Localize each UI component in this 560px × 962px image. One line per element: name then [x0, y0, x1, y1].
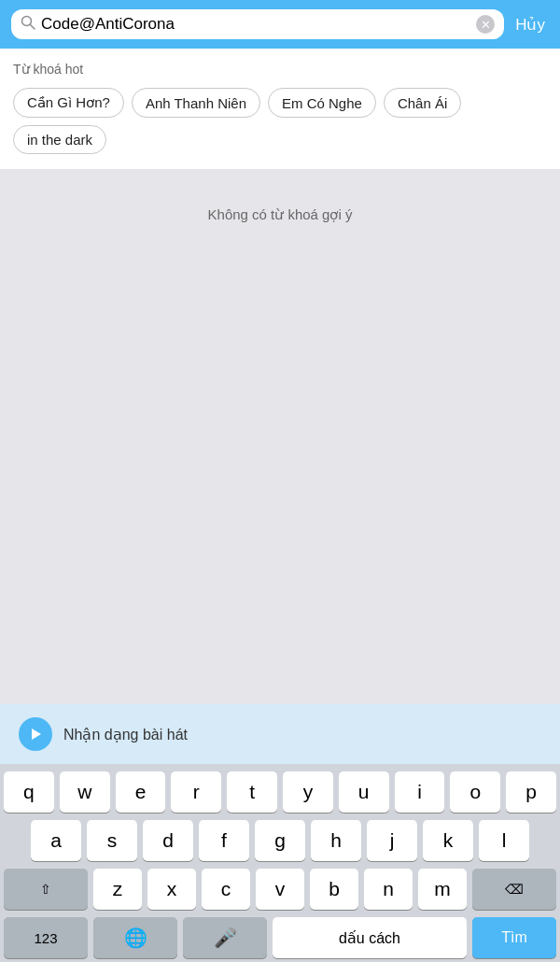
- key-k[interactable]: k: [423, 820, 473, 861]
- svg-marker-2: [32, 729, 41, 740]
- key-m[interactable]: m: [418, 869, 467, 910]
- key-i[interactable]: i: [395, 771, 445, 813]
- globe-key[interactable]: 🌐: [93, 917, 177, 958]
- hot-tag[interactable]: Chân Ái: [384, 88, 461, 118]
- hot-label: Từ khoá hot: [13, 62, 547, 77]
- no-suggestion-text: Không có từ khoá gợi ý: [208, 206, 353, 223]
- key-z[interactable]: z: [93, 869, 142, 910]
- key-y[interactable]: y: [283, 771, 333, 813]
- clear-button[interactable]: ✕: [476, 15, 495, 34]
- svg-line-1: [31, 25, 35, 30]
- cancel-button[interactable]: Hủy: [511, 15, 549, 35]
- key-u[interactable]: u: [339, 771, 389, 813]
- key-x[interactable]: x: [147, 869, 196, 910]
- no-suggestion-area: Không có từ khoá gợi ý: [0, 169, 560, 704]
- numbers-key[interactable]: 123: [4, 917, 88, 958]
- hot-tag[interactable]: Em Có Nghe: [268, 88, 376, 118]
- hot-tags: Cần Gì Hơn? Anh Thanh Niên Em Có Nghe Ch…: [13, 88, 547, 154]
- key-o[interactable]: o: [450, 771, 500, 813]
- backspace-key[interactable]: ⌫: [472, 869, 556, 910]
- key-a[interactable]: a: [31, 820, 81, 861]
- key-h[interactable]: h: [311, 820, 361, 861]
- search-input-wrapper[interactable]: ✕: [11, 9, 504, 39]
- search-submit-button[interactable]: Tìm: [472, 917, 556, 958]
- shift-key[interactable]: ⇧: [4, 869, 88, 910]
- search-input[interactable]: [41, 15, 470, 34]
- key-n[interactable]: n: [364, 869, 413, 910]
- key-e[interactable]: e: [116, 771, 166, 813]
- keyboard-row-1: q w e r t y u i o p: [4, 771, 556, 813]
- key-g[interactable]: g: [255, 820, 305, 861]
- hot-tag[interactable]: Anh Thanh Niên: [132, 88, 260, 118]
- key-s[interactable]: s: [87, 820, 137, 861]
- keyboard-row-4: 123 🌐 🎤 dấu cách Tìm: [4, 917, 556, 958]
- key-q[interactable]: q: [4, 771, 54, 813]
- key-l[interactable]: l: [479, 820, 529, 861]
- key-j[interactable]: j: [367, 820, 417, 861]
- key-p[interactable]: p: [506, 771, 556, 813]
- key-w[interactable]: w: [60, 771, 110, 813]
- key-b[interactable]: b: [310, 869, 358, 910]
- key-f[interactable]: f: [199, 820, 249, 861]
- recognition-bar[interactable]: Nhận dạng bài hát: [0, 704, 560, 764]
- keyboard-row-2: a s d f g h j k l: [4, 820, 556, 861]
- key-t[interactable]: t: [227, 771, 277, 813]
- key-c[interactable]: c: [202, 869, 250, 910]
- recognition-icon: [19, 717, 52, 751]
- search-bar: ✕ Hủy: [0, 0, 560, 49]
- space-key[interactable]: dấu cách: [273, 917, 467, 958]
- recognition-text: Nhận dạng bài hát: [63, 726, 188, 743]
- key-v[interactable]: v: [256, 869, 304, 910]
- key-r[interactable]: r: [171, 771, 221, 813]
- microphone-key[interactable]: 🎤: [183, 917, 267, 958]
- hot-tag[interactable]: Cần Gì Hơn?: [13, 88, 124, 118]
- hot-tag[interactable]: in the dark: [13, 125, 106, 154]
- keyboard: q w e r t y u i o p a s d f g h j k l ⇧ …: [0, 764, 560, 962]
- keyboard-row-3: ⇧ z x c v b n m ⌫: [4, 869, 556, 910]
- key-d[interactable]: d: [143, 820, 193, 861]
- search-icon: [21, 15, 35, 34]
- hot-section: Từ khoá hot Cần Gì Hơn? Anh Thanh Niên E…: [0, 49, 560, 169]
